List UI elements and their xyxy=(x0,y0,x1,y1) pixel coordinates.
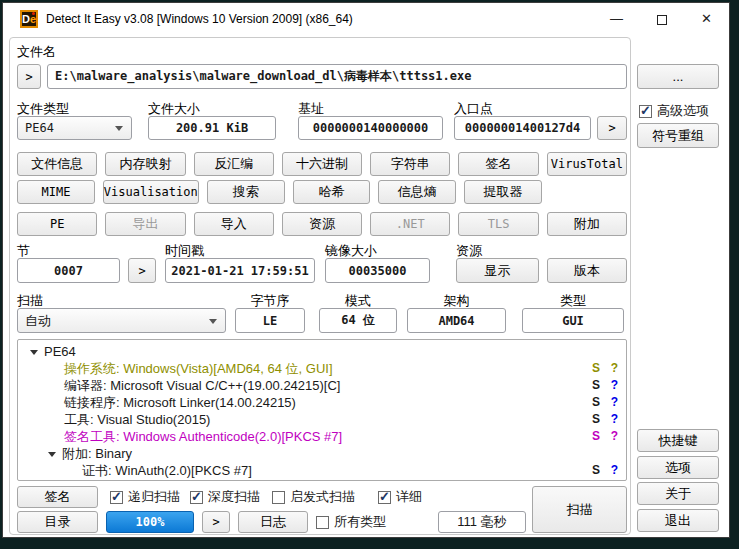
info-link[interactable]: ? xyxy=(611,360,618,377)
chevron-down-icon xyxy=(115,126,123,131)
extractor-button[interactable]: 提取器 xyxy=(464,180,542,204)
directory-button[interactable]: 目录 xyxy=(17,511,98,533)
mode-label: 模式 xyxy=(319,292,397,307)
hash-button[interactable]: 哈希 xyxy=(293,180,371,204)
collapse-arrow-icon[interactable] xyxy=(30,350,38,355)
tree-row-label: 链接程序: Microsoft Linker(14.00.24215) xyxy=(64,395,296,410)
file-info-button[interactable]: 文件信息 xyxy=(17,152,97,176)
maximize-button[interactable] xyxy=(639,3,684,35)
toolbar-row-c: PE 导出 导入 资源 .NET TLS 附加 xyxy=(17,212,627,236)
checkbox-box-icon[interactable] xyxy=(378,491,391,504)
hex-button[interactable]: 十六进制 xyxy=(282,152,362,176)
progress-goto-button[interactable]: > xyxy=(202,511,230,533)
entropy-button[interactable]: 信息熵 xyxy=(378,180,456,204)
scan-engine-value: 自动 xyxy=(25,312,51,330)
signature-link[interactable]: S xyxy=(592,360,600,377)
all-types-checkbox[interactable]: 所有类型 xyxy=(316,514,386,530)
options-button[interactable]: 选项 xyxy=(637,456,719,479)
checkbox-box-icon[interactable] xyxy=(110,491,123,504)
tree-row-sign-tool[interactable]: 签名工具: Windows Authenticode(2.0)[PKCS #7]… xyxy=(18,428,626,445)
verbose-checkbox[interactable]: 详细 xyxy=(378,489,422,505)
info-link[interactable]: ? xyxy=(611,462,618,479)
toolbar-row-b: MIME Visualisation 搜索 哈希 信息熵 提取器 xyxy=(17,180,542,204)
file-name-label: 文件名 xyxy=(17,43,56,58)
collapse-arrow-icon[interactable] xyxy=(48,452,56,457)
log-button[interactable]: 日志 xyxy=(238,511,308,533)
title-bar: De Detect It Easy v3.08 [Windows 10 Vers… xyxy=(3,3,729,35)
overlay-button[interactable]: 附加 xyxy=(547,212,627,236)
import-button[interactable]: 导入 xyxy=(194,212,274,236)
mime-button[interactable]: MIME xyxy=(17,180,95,204)
tree-row-label: 签名工具: Windows Authenticode(2.0)[PKCS #7] xyxy=(64,429,342,444)
exit-button[interactable]: 退出 xyxy=(637,509,719,532)
symbol-rebuild-button[interactable]: 符号重组 xyxy=(637,123,719,148)
signatures-button[interactable]: 签名 xyxy=(458,152,538,176)
resources-label: 资源 xyxy=(456,242,482,257)
signature-link[interactable]: S xyxy=(592,394,600,411)
recursive-scan-checkbox[interactable]: 递归扫描 xyxy=(110,489,180,505)
info-link[interactable]: ? xyxy=(611,411,618,428)
pe-button[interactable]: PE xyxy=(17,212,97,236)
memory-map-button[interactable]: 内存映射 xyxy=(105,152,185,176)
checkbox-box-icon[interactable] xyxy=(272,491,285,504)
disassembly-button[interactable]: 反汇编 xyxy=(194,152,274,176)
sections-count-value[interactable]: 0007 xyxy=(17,258,120,283)
strings-button[interactable]: 字符串 xyxy=(370,152,450,176)
app-icon-letter-d: D xyxy=(22,13,30,25)
search-button[interactable]: 搜索 xyxy=(207,180,285,204)
deep-scan-label: 深度扫描 xyxy=(208,488,260,506)
resources-version-button[interactable]: 版本 xyxy=(547,258,627,283)
scan-engine-combobox[interactable]: 自动 xyxy=(17,308,226,333)
scan-button[interactable]: 扫描 xyxy=(532,486,627,533)
signature-link[interactable]: S xyxy=(592,377,600,394)
file-path-input[interactable]: E:\malware_analysis\malware_download_dl\… xyxy=(47,64,627,89)
signature-link[interactable]: S xyxy=(592,411,600,428)
checkbox-box-icon[interactable] xyxy=(190,491,203,504)
scan-duration-value: 111 毫秒 xyxy=(438,511,526,533)
checkbox-box-icon[interactable] xyxy=(639,105,652,118)
shortcuts-button[interactable]: 快捷键 xyxy=(637,429,719,452)
signature-link[interactable]: S xyxy=(592,462,600,479)
minimize-button[interactable]: — xyxy=(594,3,639,35)
entry-point-value[interactable]: 00000001400127d4 xyxy=(454,116,591,140)
tree-row-pe64[interactable]: PE64 xyxy=(18,343,626,360)
footer-signatures-button[interactable]: 签名 xyxy=(17,486,98,508)
file-type-combobox[interactable]: PE64 xyxy=(17,116,132,140)
info-link[interactable]: ? xyxy=(611,428,618,445)
sections-goto-button[interactable]: > xyxy=(128,258,156,283)
base-address-value[interactable]: 0000000140000000 xyxy=(298,116,443,140)
resources-show-button[interactable]: 显示 xyxy=(456,258,539,283)
tree-row-label: 编译器: Microsoft Visual C/C++(19.00.24215)… xyxy=(64,378,341,393)
visualisation-button[interactable]: Visualisation xyxy=(103,180,199,204)
tree-row-overlay[interactable]: 附加: Binary xyxy=(18,445,626,462)
checkbox-box-icon[interactable] xyxy=(316,516,329,529)
tree-row-linker[interactable]: 链接程序: Microsoft Linker(14.00.24215) S ? xyxy=(18,394,626,411)
tree-row-label: PE64 xyxy=(44,344,76,359)
deep-scan-checkbox[interactable]: 深度扫描 xyxy=(190,489,260,505)
tree-row-tool[interactable]: 工具: Visual Studio(2015) S ? xyxy=(18,411,626,428)
info-link[interactable]: ? xyxy=(611,394,618,411)
info-link[interactable]: ? xyxy=(611,377,618,394)
chevron-down-icon xyxy=(209,319,217,324)
browse-button[interactable]: ... xyxy=(637,64,719,89)
base-address-label: 基址 xyxy=(298,100,324,115)
image-size-label: 镜像大小 xyxy=(325,242,377,257)
advanced-options-label: 高级选项 xyxy=(657,102,709,120)
timestamp-value[interactable]: 2021-01-21 17:59:51 xyxy=(165,258,315,283)
tree-row-compiler[interactable]: 编译器: Microsoft Visual C/C++(19.00.24215)… xyxy=(18,377,626,394)
tree-row-certificate[interactable]: 证书: WinAuth(2.0)[PKCS #7] S ? xyxy=(18,462,626,479)
entry-point-goto-button[interactable]: > xyxy=(597,116,627,140)
minimize-icon: — xyxy=(610,11,623,26)
image-size-value[interactable]: 00035000 xyxy=(325,258,430,283)
file-goto-button[interactable]: > xyxy=(17,64,41,89)
heuristic-scan-checkbox[interactable]: 启发式扫描 xyxy=(272,489,355,505)
advanced-options-checkbox[interactable]: 高级选项 xyxy=(639,103,709,119)
about-button[interactable]: 关于 xyxy=(637,482,719,505)
virustotal-button[interactable]: VirusTotal xyxy=(547,152,627,176)
signature-link[interactable]: S xyxy=(592,428,600,445)
tree-row-label: 附加: Binary xyxy=(62,446,132,461)
sections-label: 节 xyxy=(17,242,30,257)
tree-row-operation-system[interactable]: 操作系统: Windows(Vista)[AMD64, 64 位, GUI] S… xyxy=(18,360,626,377)
resources-button[interactable]: 资源 xyxy=(282,212,362,236)
close-button[interactable]: ✕ xyxy=(684,3,729,35)
